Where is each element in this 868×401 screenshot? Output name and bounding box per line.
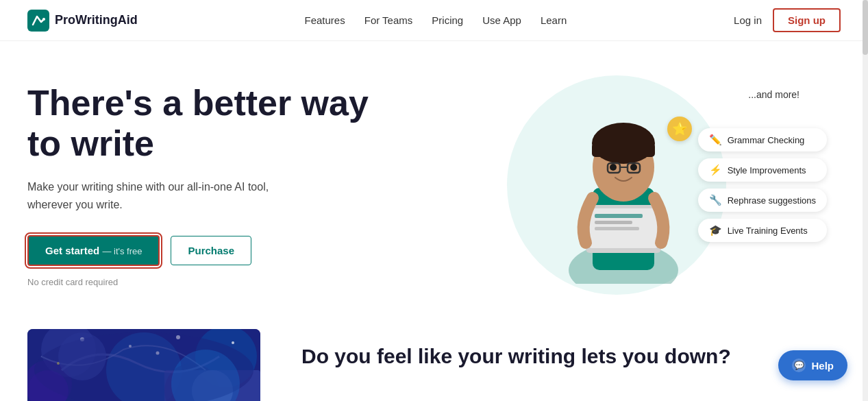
signup-button[interactable]: Sign up	[773, 8, 841, 32]
rephrase-icon: 🔧	[709, 194, 722, 206]
pill-training: 🎓 Live Training Events	[698, 219, 827, 242]
grammar-icon: ✏️	[709, 134, 722, 146]
hero-subtitle: Make your writing shine with our all-in-…	[27, 178, 274, 213]
purchase-button[interactable]: Purchase	[171, 236, 251, 265]
svg-rect-14	[595, 214, 643, 218]
style-icon: ⚡	[709, 164, 722, 176]
svg-point-1	[42, 18, 45, 21]
lower-title: Do you feel like your writing lets you d…	[301, 343, 841, 369]
brand-name: ProWritingAid	[55, 13, 138, 27]
svg-point-28	[156, 352, 160, 355]
lower-right: Do you feel like your writing lets you d…	[301, 329, 841, 369]
nav-use-app[interactable]: Use App	[482, 14, 521, 26]
no-credit-text: No credit card required	[27, 277, 370, 287]
svg-point-22	[164, 363, 219, 401]
svg-point-23	[80, 337, 84, 341]
login-button[interactable]: Log in	[734, 14, 762, 26]
nav-learn[interactable]: Learn	[541, 14, 567, 26]
pill-rephrase: 🔧 Rephrase suggestions	[698, 189, 827, 212]
nav-pricing[interactable]: Pricing	[432, 14, 463, 26]
svg-point-24	[129, 345, 132, 348]
svg-point-25	[176, 335, 180, 339]
person-svg	[534, 78, 712, 284]
svg-rect-16	[595, 227, 639, 230]
svg-point-26	[232, 341, 234, 344]
pill-style: ⚡ Style Improvements	[698, 158, 827, 182]
nav-for-teams[interactable]: For Teams	[364, 14, 413, 26]
svg-point-21	[27, 360, 72, 401]
svg-rect-17	[27, 329, 260, 401]
logo-icon	[27, 10, 49, 32]
and-more-text: ...and more!	[748, 89, 799, 100]
feature-pills: ✏️ Grammar Checking ⚡ Style Improvements…	[698, 128, 827, 242]
scrollbar-thumb[interactable]	[863, 0, 868, 55]
scrollbar-track[interactable]	[863, 0, 868, 401]
hero-right: ⭐ ...and more! ✏️ Grammar Checking ⚡ Sty…	[370, 69, 841, 302]
svg-point-7	[610, 164, 617, 171]
svg-rect-6	[592, 143, 655, 157]
svg-point-18	[41, 329, 96, 377]
person-illustration	[534, 78, 712, 284]
star-badge: ⭐	[667, 117, 692, 141]
chat-icon: 💬	[792, 359, 806, 372]
hero-title: There's a better way to write	[27, 83, 370, 165]
svg-rect-15	[595, 221, 632, 224]
nav-links: Features For Teams Pricing Use App Learn	[305, 14, 567, 26]
free-text: — it's free	[102, 246, 142, 256]
help-button[interactable]: 💬 Help	[778, 350, 847, 380]
hero-buttons: Get started — it's free Purchase	[27, 235, 370, 266]
training-icon: 🎓	[709, 224, 722, 236]
navbar-actions: Log in Sign up	[734, 8, 841, 32]
svg-rect-0	[27, 10, 49, 32]
nav-features[interactable]: Features	[305, 14, 345, 26]
svg-rect-29	[164, 370, 260, 401]
painting-thumbnail	[27, 329, 260, 401]
svg-point-20	[195, 329, 257, 387]
hero-left: There's a better way to write Make your …	[27, 83, 370, 288]
svg-point-27	[57, 362, 60, 365]
logo[interactable]: ProWritingAid	[27, 10, 138, 32]
svg-point-8	[630, 164, 637, 171]
help-label: Help	[811, 360, 834, 372]
hero-section: There's a better way to write Make your …	[0, 41, 868, 315]
lower-image	[27, 329, 260, 401]
pill-grammar: ✏️ Grammar Checking	[698, 128, 827, 151]
get-started-button[interactable]: Get started — it's free	[27, 235, 160, 266]
lower-section: Do you feel like your writing lets you d…	[0, 315, 868, 401]
navbar: ProWritingAid Features For Teams Pricing…	[0, 0, 868, 41]
svg-point-30	[192, 370, 233, 401]
svg-point-19	[106, 332, 182, 401]
